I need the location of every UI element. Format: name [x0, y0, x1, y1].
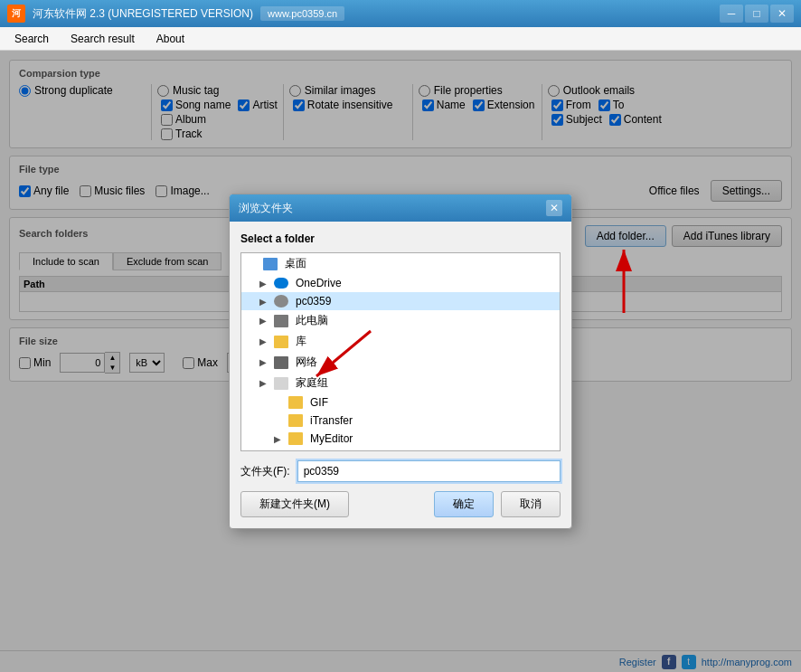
window-controls: ─ □ ✕	[720, 5, 794, 23]
tree-arrow-network: ▶	[259, 357, 270, 367]
tree-item-library[interactable]: ▶ 库	[241, 331, 560, 352]
browse-folder-modal: 浏览文件夹 ✕ Select a folder 桌面 ▶ On	[229, 194, 572, 529]
tree-label-myeditor: MyEditor	[310, 432, 353, 445]
tree-arrow-homegroup: ▶	[259, 378, 270, 388]
tree-label-pc: 此电脑	[296, 313, 328, 328]
titlebar-title: 河东软件网 2.3 (UNREGISTERED VERSION)	[33, 6, 253, 22]
modal-overlay: 浏览文件夹 ✕ Select a folder 桌面 ▶ On	[0, 51, 801, 672]
maximize-button[interactable]: □	[745, 5, 768, 23]
tree-item-desktop[interactable]: 桌面	[241, 253, 560, 274]
tree-label-pc0359: pc0359	[296, 295, 331, 308]
menu-about[interactable]: About	[146, 29, 195, 49]
cancel-button[interactable]: 取消	[501, 491, 561, 517]
network-icon	[274, 356, 288, 369]
tree-item-onedrive[interactable]: ▶ OneDrive	[241, 274, 560, 292]
modal-action-buttons: 确定 取消	[434, 491, 561, 517]
folder-path-label: 文件夹(F):	[240, 464, 290, 479]
tree-item-pc[interactable]: ▶ 此电脑	[241, 310, 560, 331]
folder-itransfer-icon	[288, 414, 303, 427]
menu-search-result[interactable]: Search result	[60, 29, 146, 49]
folder-path-row: 文件夹(F):	[240, 460, 561, 482]
tree-item-win10[interactable]: Windows 10 i...	[241, 448, 560, 451]
desktop-icon	[263, 258, 278, 270]
tree-label-win10: Windows 10 i...	[310, 450, 383, 451]
cloud-icon	[274, 278, 288, 289]
modal-body: Select a folder 桌面 ▶ OneDrive	[230, 222, 571, 528]
tree-item-gif[interactable]: GIF	[241, 393, 560, 412]
modal-select-label: Select a folder	[240, 232, 561, 245]
titlebar-left: 河 河东软件网 2.3 (UNREGISTERED VERSION) www.p…	[7, 5, 344, 23]
folder-myeditor-icon	[288, 432, 303, 445]
folder-win10-icon	[288, 450, 303, 451]
modal-close-button[interactable]: ✕	[546, 200, 562, 216]
tree-arrow-library: ▶	[259, 336, 270, 346]
library-icon	[274, 336, 288, 348]
new-folder-button[interactable]: 新建文件夹(M)	[240, 491, 349, 517]
tree-label-homegroup: 家庭组	[296, 375, 328, 391]
pc-icon	[274, 315, 288, 327]
menu-search[interactable]: Search	[4, 29, 60, 49]
app-logo: 河	[7, 5, 25, 23]
tree-arrow-pc0359: ▶	[259, 297, 270, 307]
menubar: Search Search result About	[0, 27, 801, 51]
folder-tree[interactable]: 桌面 ▶ OneDrive ▶ pc0359	[240, 252, 561, 451]
tree-item-itransfer[interactable]: iTransfer	[241, 412, 560, 430]
folder-gif-icon	[288, 396, 303, 409]
tree-item-homegroup[interactable]: ▶ 家庭组	[241, 373, 560, 393]
confirm-button[interactable]: 确定	[434, 491, 494, 517]
tree-item-myeditor[interactable]: ▶ MyEditor	[241, 430, 560, 448]
tree-item-pc0359[interactable]: ▶ pc0359	[241, 292, 560, 310]
tree-arrow-pc: ▶	[259, 316, 270, 326]
modal-title: 浏览文件夹	[239, 201, 293, 216]
folder-path-input[interactable]	[297, 460, 561, 482]
minimize-button[interactable]: ─	[720, 5, 743, 23]
tree-label-library: 库	[296, 334, 306, 349]
titlebar: 河 河东软件网 2.3 (UNREGISTERED VERSION) www.p…	[0, 0, 801, 27]
tree-arrow-onedrive: ▶	[259, 279, 270, 289]
tree-label-onedrive: OneDrive	[296, 277, 342, 289]
tree-label-network: 网络	[296, 355, 317, 370]
homegroup-icon	[274, 377, 288, 390]
tree-label-itransfer: iTransfer	[310, 414, 353, 427]
user-icon	[274, 295, 288, 308]
tree-arrow-myeditor: ▶	[274, 434, 285, 444]
main-content: Comparsion type Strong duplicate Music t…	[0, 51, 801, 672]
modal-titlebar: 浏览文件夹 ✕	[230, 194, 571, 222]
modal-footer: 新建文件夹(M) 确定 取消	[240, 491, 561, 517]
watermark: www.pc0359.cn	[260, 6, 344, 21]
tree-item-network[interactable]: ▶ 网络	[241, 352, 560, 373]
close-button[interactable]: ✕	[770, 5, 794, 23]
tree-label-gif: GIF	[310, 396, 328, 409]
tree-label-desktop: 桌面	[285, 256, 306, 271]
